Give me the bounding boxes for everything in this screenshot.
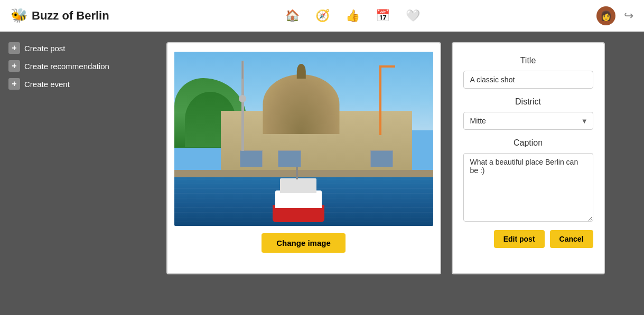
plus-icon-recommendation: + <box>8 60 20 72</box>
boat-cabin <box>280 178 316 193</box>
cancel-button[interactable]: Cancel <box>550 230 593 248</box>
window-1 <box>240 150 263 167</box>
bee-icon: 🐝 <box>11 7 27 24</box>
avatar[interactable]: 👩 <box>596 6 615 25</box>
window-2 <box>278 150 301 167</box>
main-nav: 🏠 🧭 👍 📅 🤍 <box>109 9 596 23</box>
sidebar-label-create-post: Create post <box>24 44 66 53</box>
header: 🐝 Buzz of Berlin 🏠 🧭 👍 📅 🤍 👩 ↪ <box>0 0 644 32</box>
plus-icon-post: + <box>8 42 20 54</box>
museum-dome <box>263 74 339 134</box>
district-select[interactable]: Mitte Charlottenburg Prenzlauer Berg Fri… <box>463 112 593 130</box>
sidebar-item-create-recommendation[interactable]: + Create recommendation <box>8 60 118 72</box>
edit-post-button[interactable]: Edit post <box>494 230 545 248</box>
image-panel: Change image <box>166 42 441 274</box>
change-image-button[interactable]: Change image <box>262 233 346 253</box>
dome-top <box>296 64 305 79</box>
caption-section-label: Caption <box>463 138 593 148</box>
app-name: Buzz of Berlin <box>32 9 109 23</box>
boat <box>273 174 324 222</box>
sidebar: + Create post + Create recommendation + … <box>0 32 127 315</box>
app-logo: 🐝 Buzz of Berlin <box>11 7 109 24</box>
like-icon[interactable]: 👍 <box>346 9 360 23</box>
boat-deck <box>275 190 322 207</box>
heart-icon[interactable]: 🤍 <box>406 9 420 23</box>
compass-icon[interactable]: 🧭 <box>315 9 330 23</box>
berlin-scene <box>174 52 433 226</box>
caption-textarea[interactable]: What a beautiful place Berlin can be :) <box>463 153 593 222</box>
tv-tower <box>241 61 244 151</box>
header-right: 👩 ↪ <box>596 6 633 25</box>
sidebar-label-create-recommendation: Create recommendation <box>24 62 109 71</box>
boat-mast <box>296 167 298 179</box>
content-area: Change image Title District Mitte Charlo… <box>127 32 644 315</box>
sidebar-label-create-event: Create event <box>24 80 70 89</box>
form-actions: Edit post Cancel <box>463 230 593 248</box>
district-section-label: District <box>463 97 593 107</box>
calendar-icon[interactable]: 📅 <box>376 9 390 23</box>
title-input[interactable] <box>463 71 593 89</box>
museum-building <box>221 111 413 177</box>
window-3 <box>370 150 394 167</box>
tv-tower-ball <box>239 95 246 102</box>
form-panel: Title District Mitte Charlottenburg Pren… <box>452 42 605 274</box>
district-select-wrapper: Mitte Charlottenburg Prenzlauer Berg Fri… <box>463 112 593 130</box>
boat-hull <box>273 205 324 222</box>
main-layout: + Create post + Create recommendation + … <box>0 32 644 315</box>
title-section-label: Title <box>463 56 593 65</box>
sidebar-item-create-post[interactable]: + Create post <box>8 42 118 54</box>
sidebar-item-create-event[interactable]: + Create event <box>8 78 118 90</box>
home-icon[interactable]: 🏠 <box>285 9 300 23</box>
crane-arm <box>379 65 395 68</box>
image-container <box>174 52 433 226</box>
plus-icon-event: + <box>8 78 20 90</box>
crane-1 <box>379 65 381 135</box>
tv-tower-antenna <box>242 61 244 79</box>
logout-icon[interactable]: ↪ <box>624 9 633 23</box>
